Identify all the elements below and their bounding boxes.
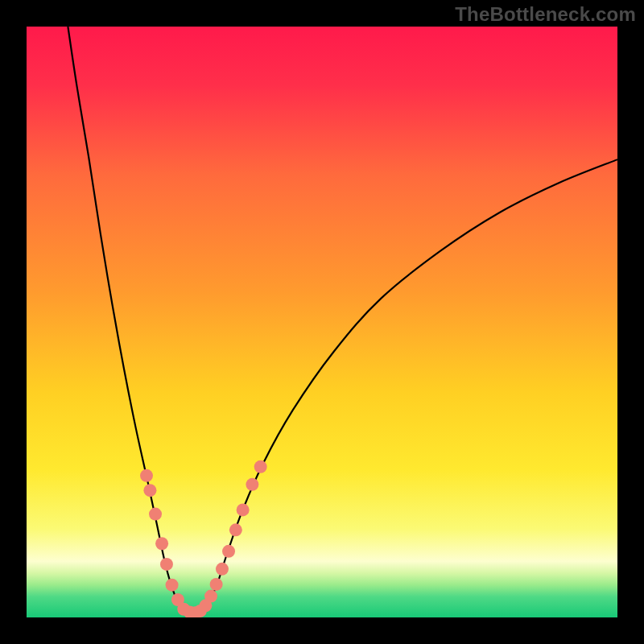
watermark-label: TheBottleneck.com	[455, 3, 636, 26]
chart-root: TheBottleneck.com	[0, 0, 644, 644]
highlight-dot	[246, 478, 258, 491]
highlight-dot	[216, 563, 229, 576]
highlight-dot	[204, 590, 217, 603]
highlight-dots	[27, 27, 617, 617]
highlight-dot	[140, 469, 153, 482]
highlight-dot	[210, 578, 223, 591]
highlight-dot	[166, 579, 179, 592]
highlight-dot	[160, 558, 173, 571]
highlight-dot	[222, 545, 235, 558]
highlight-dot	[237, 503, 250, 516]
highlight-dot	[155, 537, 168, 550]
highlight-dot	[149, 508, 162, 521]
highlight-dot	[229, 523, 242, 536]
plot-area	[27, 27, 617, 617]
highlight-dot	[143, 484, 156, 497]
highlight-dot	[254, 460, 267, 473]
